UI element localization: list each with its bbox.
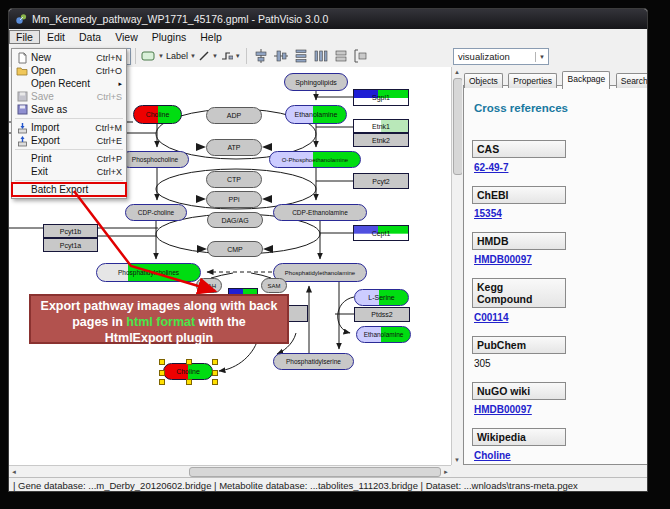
- node-choline-top[interactable]: Choline: [133, 105, 182, 124]
- node-ppi[interactable]: PPi: [206, 191, 262, 208]
- toolbar-separator: [135, 48, 136, 64]
- menu-data[interactable]: Data: [72, 30, 108, 44]
- node-atp[interactable]: ATP: [206, 139, 262, 156]
- app-icon: [15, 13, 27, 25]
- datanode-tool-button[interactable]: ▼: [141, 47, 164, 65]
- menu-item-import[interactable]: ImportCtrl+M: [12, 121, 126, 134]
- menu-edit[interactable]: Edit: [40, 30, 72, 44]
- selection-handle[interactable]: [212, 370, 218, 376]
- connector-tool-button[interactable]: ▼: [220, 47, 241, 65]
- menu-help[interactable]: Help: [193, 30, 229, 44]
- menu-separator: [15, 118, 123, 119]
- node-ctp[interactable]: CTP: [206, 171, 262, 188]
- menu-view[interactable]: View: [108, 30, 145, 44]
- selection-handle[interactable]: [159, 379, 165, 385]
- menu-item-export[interactable]: ExportCtrl+E: [12, 134, 126, 147]
- tab-properties[interactable]: Properties: [508, 73, 557, 88]
- node-sgpl1[interactable]: Sgpl1: [353, 89, 409, 106]
- horizontal-scroll-thumb[interactable]: [189, 467, 441, 477]
- canvas-vertical-scrollbar[interactable]: ▲ ▼: [451, 67, 462, 465]
- scroll-left-icon[interactable]: ◄: [9, 466, 19, 477]
- scroll-right-icon[interactable]: ►: [441, 466, 451, 477]
- node-s-ah[interactable]: S-AH: [196, 278, 222, 293]
- tab-backpage[interactable]: Backpage: [562, 71, 610, 89]
- selection-handle[interactable]: [186, 359, 192, 365]
- node-label: Phosphatidylethanolamine: [285, 270, 355, 276]
- node-cept1[interactable]: Cept1: [353, 225, 409, 241]
- node-o-phosphoethanolamine[interactable]: O-Phosphoethanolamine: [269, 151, 361, 168]
- node-dag-ag[interactable]: DAG/AG: [207, 212, 263, 228]
- distribute-vertical-button[interactable]: [292, 47, 310, 65]
- chevron-down-icon: ▼: [158, 53, 164, 59]
- selection-handle[interactable]: [159, 370, 165, 376]
- node-ptdss2[interactable]: Ptdss2: [354, 307, 410, 322]
- node-label: Cept1: [372, 230, 391, 237]
- menu-item-print[interactable]: PrintCtrl+P: [12, 152, 126, 165]
- menu-plugins[interactable]: Plugins: [145, 30, 193, 44]
- node-label: Pcyt1a: [60, 242, 81, 249]
- node-adp[interactable]: ADP: [206, 107, 262, 124]
- group-button[interactable]: [352, 47, 370, 65]
- distribute-horizontal-button[interactable]: [312, 47, 330, 65]
- common-size-button[interactable]: [332, 47, 350, 65]
- annotation-callout: Export pathway images along with back pa…: [29, 294, 289, 344]
- label-tool-button[interactable]: Label▼: [166, 47, 196, 65]
- common-size-icon: [334, 49, 348, 63]
- node-ethanolamine-bottom[interactable]: Ethanolamine: [356, 326, 411, 343]
- tab-objects[interactable]: Objects: [464, 73, 503, 88]
- xref-link[interactable]: 62-49-7: [474, 162, 639, 173]
- xref-link[interactable]: Choline: [474, 450, 639, 461]
- align-center-y-button[interactable]: [272, 47, 290, 65]
- node-phosphatidylethanolamine[interactable]: Phosphatidylethanolamine: [273, 263, 367, 282]
- node-etnk2[interactable]: Etnk2: [353, 133, 409, 147]
- menu-item-open[interactable]: OpenCtrl+O: [12, 64, 126, 77]
- node-pcyt2[interactable]: Pcyt2: [353, 173, 409, 189]
- selection-handle[interactable]: [159, 359, 165, 365]
- canvas-horizontal-scrollbar[interactable]: ◄ ►: [9, 465, 451, 477]
- node-etnk1[interactable]: Etnk1: [353, 119, 409, 133]
- menu-item-batch-export[interactable]: Batch Export: [12, 183, 126, 196]
- xref-link[interactable]: 15354: [474, 208, 639, 219]
- menu-item-new[interactable]: NewCtrl+N: [12, 51, 126, 64]
- scroll-up-icon[interactable]: ▲: [452, 67, 462, 77]
- menu-item-save-as[interactable]: Save as: [12, 103, 126, 116]
- side-panel-tabs: Objects Properties Backpage Search Legen…: [464, 67, 648, 85]
- node-label: Choline: [176, 368, 200, 375]
- chevron-down-icon: ▼: [212, 53, 218, 59]
- node-pcyt1b[interactable]: Pcyt1b: [43, 224, 98, 238]
- selection-handle[interactable]: [212, 359, 218, 365]
- node-ethanolamine-top[interactable]: Ethanolamine: [285, 105, 347, 124]
- align-center-x-button[interactable]: [252, 47, 270, 65]
- node-phosphocholine[interactable]: Phosphocholine: [121, 151, 189, 168]
- menu-item-exit[interactable]: ExitCtrl+X: [12, 165, 126, 178]
- selection-handle[interactable]: [212, 379, 218, 385]
- visualization-select[interactable]: visualization▼: [453, 48, 549, 65]
- backpage-content: Cross references CAS62-49-7ChEBI15354HMD…: [463, 85, 648, 465]
- node-pcyt1a[interactable]: Pcyt1a: [43, 238, 98, 252]
- node-cmp[interactable]: CMP: [207, 241, 263, 257]
- node-label: Ptdss2: [371, 311, 392, 318]
- cross-references-heading: Cross references: [474, 102, 639, 114]
- node-cdp-ethanolamine[interactable]: CDP-Ethanolamine: [273, 204, 367, 221]
- open-folder-icon: [15, 65, 29, 76]
- selection-handle[interactable]: [186, 379, 192, 385]
- callout-line-2: pages in html format with the: [31, 314, 287, 330]
- tab-search[interactable]: Search: [616, 73, 648, 88]
- menu-item-open-recent[interactable]: Open Recent▸: [12, 77, 126, 90]
- node-choline-bottom[interactable]: Choline: [163, 363, 213, 380]
- node-sam[interactable]: SAM: [261, 278, 287, 293]
- line-tool-button[interactable]: ▼: [198, 47, 218, 65]
- menu-item-save[interactable]: SaveCtrl+S: [12, 90, 126, 103]
- node-phosphatidylcholines[interactable]: Phosphatidylcholines: [96, 263, 201, 282]
- node-label: CMP: [227, 246, 243, 253]
- node-sphingolipids[interactable]: Sphingolipids: [284, 73, 348, 91]
- xref-link[interactable]: C00114: [474, 312, 639, 323]
- xref-link[interactable]: HMDB00097: [474, 404, 639, 415]
- node-l-serine[interactable]: L-Serine: [354, 289, 409, 306]
- node-cdp-choline[interactable]: CDP-choline: [125, 204, 187, 221]
- xref-link[interactable]: HMDB00097: [474, 254, 639, 265]
- menu-file[interactable]: File: [9, 30, 40, 44]
- scroll-down-icon[interactable]: ▼: [452, 455, 462, 465]
- node-phosphatidylserine[interactable]: Phosphatidylserine: [273, 353, 354, 370]
- xref-section-chebi: ChEBI15354: [472, 186, 639, 219]
